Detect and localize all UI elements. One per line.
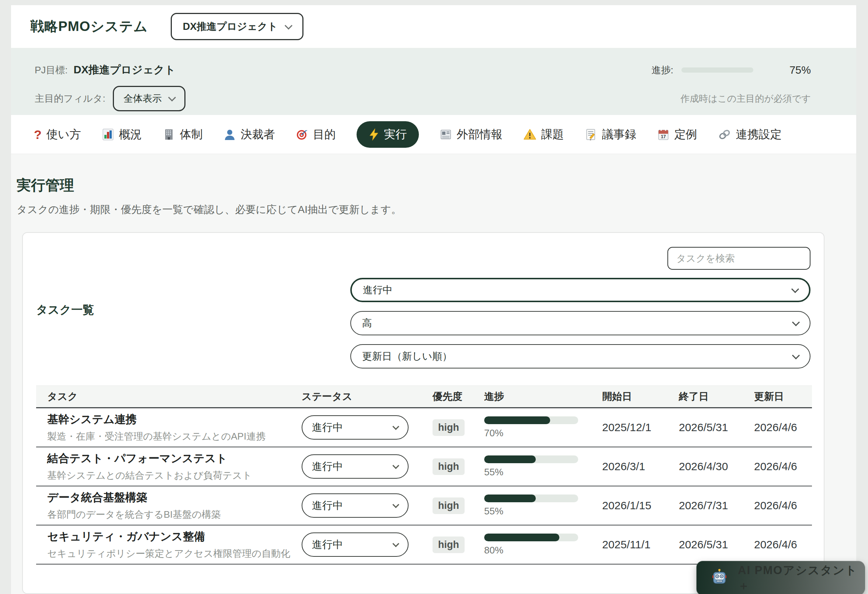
task-progress-fill	[484, 416, 550, 424]
row-status-select[interactable]: 進行中	[302, 494, 409, 518]
task-search-input[interactable]	[667, 247, 810, 270]
project-progress-bar	[681, 68, 753, 72]
page-title: 実行管理	[16, 175, 856, 195]
tab-label: 実行	[384, 127, 407, 142]
table-row: セキュリティ・ガバナンス整備 セキュリティポリシー策定とアクセス権限管理の自動化…	[36, 525, 812, 565]
purpose-required-note: 作成時はこの主目的が必須です	[680, 93, 811, 105]
tab-execution[interactable]: 実行	[357, 121, 419, 148]
nav-tabs: ? 使い方 概況 体制 決裁者	[11, 115, 856, 154]
end-date: 2026/5/31	[679, 421, 754, 434]
project-selector-value: DX推進プロジェクト	[183, 20, 278, 33]
task-progress-percent: 80%	[484, 545, 602, 556]
task-list-title: タスク一覧	[36, 302, 94, 368]
tab-label: 概況	[119, 127, 142, 142]
warning-icon	[523, 128, 536, 141]
tab-label: 決裁者	[241, 127, 275, 142]
priority-badge: high	[433, 458, 465, 475]
tab-label: 体制	[180, 127, 203, 142]
svg-text:17: 17	[661, 134, 666, 139]
pj-goal-label: PJ目標:	[35, 64, 68, 77]
target-icon	[296, 128, 308, 141]
task-progress-fill	[484, 495, 536, 502]
tab-external-info[interactable]: 外部情報	[440, 127, 503, 142]
page-description: タスクの進捗・期限・優先度を一覧で確認し、必要に応じてAI抽出で更新します。	[16, 203, 856, 217]
start-date: 2026/1/15	[602, 499, 679, 512]
person-icon	[223, 128, 236, 141]
chevron-down-icon	[792, 352, 800, 359]
project-progress-percent: 75%	[785, 64, 811, 76]
row-status-select[interactable]: 進行中	[302, 415, 409, 439]
sort-value: 更新日（新しい順）	[362, 350, 452, 363]
tab-label: 目的	[313, 127, 336, 142]
table-row: 結合テスト・パフォーマンステスト 基幹システムとの結合テストおよび負荷テスト 進…	[36, 447, 812, 486]
task-progress-percent: 70%	[484, 427, 602, 439]
priority-badge: high	[433, 537, 465, 553]
task-progress-bar	[484, 455, 578, 463]
task-description: 基幹システムとの結合テストおよび負荷テスト	[36, 469, 302, 482]
pj-goal-value: DX推進プロジェクト	[74, 63, 176, 77]
memo-icon	[585, 128, 597, 141]
question-icon: ?	[34, 128, 42, 141]
newspaper-icon	[440, 128, 452, 141]
tab-label: 定例	[675, 127, 697, 142]
chevron-down-icon	[392, 423, 399, 430]
start-date: 2026/3/1	[602, 460, 679, 473]
tab-organization[interactable]: 体制	[162, 127, 203, 142]
tab-usage[interactable]: ? 使い方	[34, 127, 81, 142]
task-name: 基幹システム連携	[36, 412, 302, 427]
chevron-down-icon	[392, 540, 399, 547]
tab-label: 使い方	[46, 127, 81, 142]
task-name: セキュリティ・ガバナンス整備	[36, 529, 302, 544]
column-header-updated: 更新日	[754, 390, 812, 403]
tab-integration-settings[interactable]: 連携設定	[718, 127, 782, 142]
task-table: タスク ステータス 優先度 進捗 開始日 終了日 更新日 基幹システム連携 製造…	[36, 385, 812, 565]
task-card: タスク一覧 進行中 高 更新日（新しい順）	[22, 232, 825, 594]
task-progress-fill	[484, 534, 559, 541]
purpose-filter-value: 全体表示	[124, 92, 162, 105]
row-status-value: 進行中	[312, 460, 343, 473]
top-header: 戦略PMOシステム DX推進プロジェクト	[11, 5, 856, 48]
column-header-start: 開始日	[602, 390, 679, 403]
task-description: セキュリティポリシー策定とアクセス権限管理の自動化	[36, 547, 302, 560]
priority-filter-value: 高	[362, 317, 372, 330]
ai-assistant-button[interactable]: AI PMOアシスタント＋	[696, 561, 865, 594]
row-status-select[interactable]: 進行中	[302, 454, 409, 479]
start-date: 2025/11/1	[602, 538, 679, 551]
tab-issues[interactable]: 課題	[523, 127, 564, 142]
column-header-progress: 進捗	[484, 390, 602, 403]
updated-date: 2026/4/6	[754, 538, 812, 551]
tab-minutes[interactable]: 議事録	[585, 127, 636, 142]
chevron-down-icon	[792, 318, 800, 326]
table-header-row: タスク ステータス 優先度 進捗 開始日 終了日 更新日	[36, 385, 812, 408]
tab-label: 議事録	[602, 127, 636, 142]
priority-filter-select[interactable]: 高	[350, 311, 810, 335]
ai-assistant-label: AI PMOアシスタント＋	[738, 563, 865, 594]
updated-date: 2026/4/6	[754, 499, 812, 512]
task-description: 各部門のデータを統合するBI基盤の構築	[36, 508, 302, 521]
task-name: 結合テスト・パフォーマンステスト	[36, 451, 302, 466]
purpose-filter-select[interactable]: 全体表示	[113, 86, 186, 111]
priority-badge: high	[433, 497, 465, 514]
tab-label: 連携設定	[736, 127, 782, 142]
task-progress-percent: 55%	[484, 506, 602, 517]
tab-label: 外部情報	[457, 127, 503, 142]
table-row: 基幹システム連携 製造・在庫・受注管理の基幹システムとのAPI連携 進行中 hi…	[36, 408, 812, 447]
tab-purpose[interactable]: 目的	[296, 127, 336, 142]
tab-overview[interactable]: 概況	[102, 127, 142, 142]
chevron-down-icon	[791, 285, 799, 293]
project-selector[interactable]: DX推進プロジェクト	[171, 13, 304, 40]
status-filter-select[interactable]: 進行中	[350, 278, 810, 302]
calendar-icon: 17	[657, 128, 670, 141]
sort-select[interactable]: 更新日（新しい順）	[350, 344, 810, 368]
bar-chart-icon	[102, 128, 114, 141]
tab-approver[interactable]: 決裁者	[223, 127, 275, 142]
tab-regular-meeting[interactable]: 17 定例	[657, 127, 697, 142]
row-status-select[interactable]: 進行中	[302, 532, 409, 557]
main-content: 実行管理 タスクの進捗・期限・優先度を一覧で確認し、必要に応じてAI抽出で更新し…	[11, 154, 856, 594]
purpose-filter-label: 主目的フィルタ:	[35, 92, 105, 105]
row-status-value: 進行中	[312, 538, 343, 551]
priority-badge: high	[433, 419, 465, 436]
chevron-down-icon	[285, 22, 292, 29]
task-progress-bar	[484, 534, 578, 541]
task-progress-percent: 55%	[484, 467, 602, 478]
